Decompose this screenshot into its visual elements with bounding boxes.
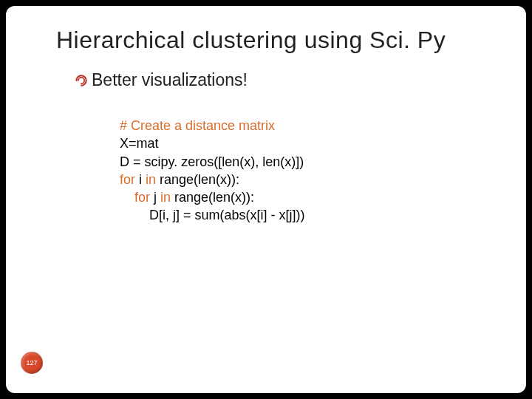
code-line-3: D = scipy. zeros([len(x), len(x)]) <box>120 153 526 171</box>
swirl-icon <box>74 73 89 88</box>
page-number-badge: 127 <box>21 352 43 374</box>
keyword-in: in <box>160 190 171 205</box>
bullet-text: Better visualizations! <box>92 70 248 90</box>
code-line-6: D[i, j] = sum(abs(x[i] - x[j])) <box>120 206 526 224</box>
code-comment: # Create a distance matrix <box>120 118 275 133</box>
slide: Hierarchical clustering using Sci. Py Be… <box>6 6 526 393</box>
keyword-in: in <box>146 172 156 187</box>
bullet-item: Better visualizations! <box>6 54 526 90</box>
page-number: 127 <box>26 359 37 366</box>
code-block: # Create a distance matrix X=mat D = sci… <box>6 90 526 225</box>
code-line-5: for j in range(len(x)): <box>120 188 526 206</box>
keyword-for: for <box>120 172 135 187</box>
slide-title: Hierarchical clustering using Sci. Py <box>6 6 526 54</box>
keyword-for: for <box>134 190 150 205</box>
code-line-4: for i in range(len(x)): <box>120 171 526 188</box>
code-line-1: # Create a distance matrix <box>120 117 526 134</box>
code-line-2: X=mat <box>120 134 526 152</box>
